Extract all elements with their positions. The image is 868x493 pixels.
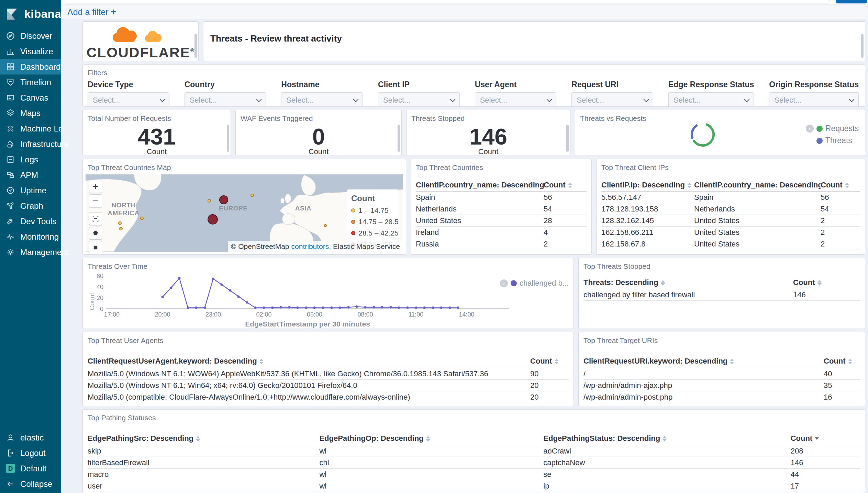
column-header[interactable]: Count — [530, 357, 569, 366]
column-header[interactable]: ClientIP.ip: Descending — [601, 181, 694, 190]
table-row[interactable]: Spain56 — [416, 192, 587, 203]
data-point[interactable] — [347, 306, 349, 308]
column-header[interactable]: Count — [793, 278, 860, 287]
zoom-in-button[interactable]: + — [89, 180, 102, 193]
data-point[interactable] — [313, 307, 316, 309]
panel-scrollbar[interactable] — [398, 125, 400, 152]
data-point[interactable] — [305, 307, 307, 309]
kibana-logo[interactable]: kibana — [0, 0, 61, 28]
column-header[interactable]: Count — [821, 181, 860, 190]
column-header[interactable]: EdgePathingOp: Descending — [319, 434, 543, 443]
table-row[interactable]: Netherlands54 — [416, 203, 587, 215]
panel-scrollbar[interactable] — [227, 125, 229, 152]
data-point[interactable] — [297, 307, 299, 309]
update-button[interactable] — [836, 0, 867, 3]
table-row[interactable]: 162.158.67.8United States2 — [601, 238, 860, 250]
request-uri-select[interactable]: Select... — [571, 92, 653, 107]
data-point[interactable] — [280, 306, 282, 308]
map-point[interactable] — [208, 199, 211, 203]
data-point[interactable] — [330, 307, 333, 309]
add-filter-link[interactable]: Add a filter + — [67, 7, 116, 18]
column-header[interactable]: ClientIP.country_name: Descending — [416, 181, 544, 190]
data-point[interactable] — [195, 307, 198, 309]
table-row[interactable]: /wp-admin/admin-ajax.php35 — [583, 380, 860, 391]
table-row[interactable]: /wp-admin/admin-ajax.php?action=update-z… — [583, 403, 860, 406]
map-point[interactable] — [140, 217, 144, 220]
table-row[interactable]: userwlip17 — [88, 480, 860, 492]
sidebar-item-graph[interactable]: Graph — [0, 198, 61, 214]
column-header[interactable]: ClientRequestUserAgent.keyword: Descendi… — [88, 357, 530, 366]
table-row[interactable]: Mozilla/5.0 (compatible; CloudFlare-Alwa… — [88, 391, 569, 403]
data-point[interactable] — [246, 301, 248, 303]
data-point[interactable] — [271, 307, 274, 309]
table-row[interactable]: Mozilla/5.0 (Windows NT 6.1; WOW64) Appl… — [88, 368, 569, 380]
data-point[interactable] — [322, 307, 324, 309]
sidebar-item-logs[interactable]: Logs — [0, 152, 61, 167]
sidebar-item-management[interactable]: Management — [0, 244, 61, 260]
column-header[interactable]: ClientRequestURI.keyword: Descending — [583, 357, 824, 366]
panel-scrollbar[interactable] — [861, 34, 864, 57]
column-header[interactable]: Count — [791, 434, 860, 443]
legend-label[interactable]: challenged b... — [520, 279, 569, 288]
data-point[interactable] — [221, 284, 223, 286]
sidebar-item-canvas[interactable]: Canvas — [0, 90, 61, 105]
rectangle-select-button[interactable] — [89, 241, 102, 252]
data-point[interactable] — [161, 296, 164, 298]
hostname-select[interactable]: Select... — [281, 92, 363, 107]
data-point[interactable] — [398, 307, 400, 309]
data-point[interactable] — [432, 307, 434, 309]
data-point[interactable] — [203, 307, 206, 309]
sidebar-item-infrastructure[interactable]: Infrastructure — [0, 136, 61, 152]
data-point[interactable] — [212, 277, 214, 280]
data-point[interactable] — [263, 307, 265, 309]
column-header[interactable]: EdgePathingStatus: Descending — [543, 434, 790, 443]
column-header[interactable]: Count — [824, 357, 860, 366]
column-header[interactable]: ClientIP.country_name: Descending — [694, 181, 821, 190]
country-select[interactable]: Select... — [185, 92, 266, 107]
sidebar-item-machine-learning[interactable]: Machine Le... — [0, 121, 61, 136]
sidebar-item-visualize[interactable]: Visualize — [0, 44, 61, 59]
data-point[interactable] — [457, 307, 459, 309]
data-point[interactable] — [448, 307, 451, 309]
map-point[interactable] — [219, 195, 228, 204]
panel-scrollbar[interactable] — [566, 125, 569, 152]
column-header[interactable]: EdgePathingSrc: Descending — [88, 434, 319, 443]
data-point[interactable] — [423, 307, 426, 309]
table-row[interactable]: filterBasedFirewallchlcaptchaNew146 — [88, 457, 860, 469]
table-row[interactable]: challenged by filter based firewall146 — [583, 289, 860, 301]
data-point[interactable] — [364, 306, 367, 308]
data-point[interactable] — [229, 289, 231, 292]
device-type-select[interactable]: Select... — [88, 92, 169, 107]
data-point[interactable] — [288, 306, 290, 308]
table-row[interactable]: macrowlse44 — [88, 469, 860, 480]
panel-scrollbar[interactable] — [194, 34, 197, 57]
table-row[interactable]: /wp-admin/admin-post.php16 — [583, 391, 860, 403]
line-chart-plot[interactable] — [106, 276, 509, 309]
table-row[interactable]: Mozilla/5.0 (compatible; MSIE 9.0; Windo… — [88, 403, 569, 406]
column-header[interactable]: Count — [544, 181, 587, 190]
user-agent-select[interactable]: Select... — [475, 92, 557, 107]
sidebar-item-space-default[interactable]: D Default — [0, 461, 61, 476]
sidebar-item-timelion[interactable]: Timelion — [0, 74, 61, 90]
client-ip-select[interactable]: Select... — [378, 92, 460, 107]
polygon-select-button[interactable] — [89, 227, 102, 240]
world-map[interactable]: NORTH AMERICA EUROPE ASIA + − — [86, 174, 403, 252]
query-input[interactable] — [65, 0, 830, 3]
origin-response-status-select[interactable]: Select... — [769, 92, 859, 107]
data-point[interactable] — [170, 287, 172, 289]
table-row[interactable]: Russia2 — [416, 238, 587, 250]
map-point[interactable] — [118, 221, 122, 225]
sidebar-item-collapse[interactable]: Collapse — [0, 476, 61, 492]
sidebar-item-apm[interactable]: APM — [0, 167, 61, 183]
sidebar-item-dev-tools[interactable]: Dev Tools — [0, 214, 61, 229]
sidebar-item-logout[interactable]: Logout — [0, 445, 61, 461]
sidebar-item-monitoring[interactable]: Monitoring — [0, 229, 61, 244]
table-row[interactable]: 128.32.162.145United States2 — [601, 215, 860, 227]
table-row[interactable]: United States28 — [416, 215, 587, 227]
table-row[interactable]: 178.128.193.158Netherlands54 — [601, 203, 860, 215]
legend-label[interactable]: Threats — [825, 136, 852, 145]
map-point[interactable] — [251, 194, 254, 197]
table-row[interactable]: Mozilla/5.0 (Windows NT 6.1; Win64; x64;… — [88, 380, 569, 391]
legend-label[interactable]: Requests — [825, 124, 859, 133]
data-point[interactable] — [406, 307, 409, 309]
